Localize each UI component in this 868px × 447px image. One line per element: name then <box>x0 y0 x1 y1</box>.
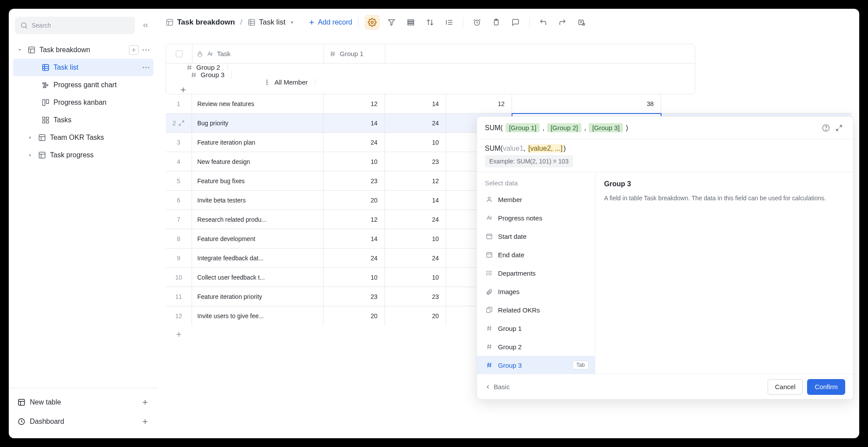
table-row[interactable]: 1Review new features12141238 <box>166 94 851 114</box>
task-cell[interactable]: Bug priority <box>192 114 324 132</box>
field-item-group-3[interactable]: Group 3Tab <box>477 356 595 374</box>
reminder-button[interactable] <box>470 15 484 30</box>
row-number[interactable]: 11 <box>166 287 192 306</box>
group2-cell[interactable]: 23 <box>385 152 446 171</box>
task-cell[interactable]: Review new features <box>192 94 324 113</box>
task-cell[interactable]: Research related produ... <box>192 210 324 229</box>
column-group2[interactable]: Group 2 <box>166 64 228 71</box>
task-cell[interactable]: Feature development <box>192 229 324 248</box>
filter-button[interactable] <box>384 15 399 30</box>
task-cell[interactable]: Invite users to give fee... <box>192 306 324 326</box>
add-column-button[interactable] <box>166 86 200 94</box>
confirm-button[interactable]: Confirm <box>807 379 845 395</box>
task-cell[interactable]: Invite beta testers <box>192 191 324 209</box>
row-number[interactable]: 2 <box>166 114 192 132</box>
settings-button[interactable] <box>365 15 380 30</box>
cancel-button[interactable]: Cancel <box>768 379 803 395</box>
row-number[interactable]: 5 <box>166 171 192 190</box>
field-item-departments[interactable]: Departments <box>477 264 595 282</box>
group3-cell[interactable]: 12 <box>446 94 512 113</box>
column-group1[interactable]: Group 1 <box>324 44 385 63</box>
formula-token[interactable]: [Group 3] <box>589 123 623 132</box>
group1-cell[interactable]: 23 <box>324 171 385 190</box>
group1-cell[interactable]: 24 <box>324 133 385 152</box>
row-number[interactable]: 12 <box>166 306 192 326</box>
group1-cell[interactable]: 20 <box>324 191 385 209</box>
group2-cell[interactable]: 14 <box>385 94 446 113</box>
group1-cell[interactable]: 24 <box>324 248 385 267</box>
sidebar-item-task-list[interactable]: Task list <box>13 59 153 76</box>
task-cell[interactable]: Integrate feedback dat... <box>192 248 324 267</box>
formula-input[interactable]: SUM( [Group 1] , [Group 2] , [Group 3] ) <box>477 117 853 139</box>
more-actions-button[interactable] <box>141 63 151 72</box>
task-cell[interactable]: New feature design <box>192 152 324 171</box>
group1-cell[interactable]: 23 <box>324 287 385 306</box>
field-item-progress-notes[interactable]: Progress notes <box>477 209 595 227</box>
more-actions-button[interactable] <box>141 45 151 55</box>
select-all-checkbox[interactable] <box>166 44 192 63</box>
column-group3[interactable]: Group 3 <box>166 71 232 78</box>
row-number[interactable]: 10 <box>166 268 192 287</box>
row-number[interactable]: 3 <box>166 133 192 152</box>
undo-button[interactable] <box>536 15 551 30</box>
column-task[interactable]: Task <box>192 44 324 63</box>
group1-cell[interactable]: 10 <box>324 152 385 171</box>
field-item-related-okrs[interactable]: Related OKRs <box>477 301 595 319</box>
breadcrumb-table[interactable]: Task breakdown <box>177 18 235 27</box>
row-number[interactable]: 6 <box>166 191 192 209</box>
task-cell[interactable]: Feature iteration plan <box>192 133 324 152</box>
group2-cell[interactable]: 24 <box>385 114 446 132</box>
group2-cell[interactable]: 23 <box>385 287 446 306</box>
sidebar-item-task-breakdown[interactable]: Task breakdown <box>13 41 153 59</box>
sort-button[interactable] <box>423 15 438 30</box>
row-number[interactable]: 8 <box>166 229 192 248</box>
field-item-group-2[interactable]: Group 2 <box>477 337 595 356</box>
group2-cell[interactable]: 24 <box>385 210 446 229</box>
help-button[interactable] <box>822 124 830 132</box>
dashboard-button[interactable]: Dashboard <box>13 412 153 431</box>
column-all-member[interactable]: All Member <box>166 78 315 86</box>
add-view-button[interactable] <box>129 45 139 55</box>
row-height-button[interactable] <box>442 15 457 30</box>
sidebar-item-progress-gantt[interactable]: Progress gantt chart <box>13 76 153 94</box>
row-number[interactable]: 1 <box>166 94 192 113</box>
group2-cell[interactable]: 10 <box>385 229 446 248</box>
field-item-start-date[interactable]: Start date <box>477 227 595 245</box>
group1-cell[interactable]: 14 <box>324 229 385 248</box>
group2-cell[interactable]: 20 <box>385 306 446 326</box>
new-table-button[interactable]: New table <box>13 393 153 412</box>
add-record-button[interactable]: Add record <box>308 18 352 26</box>
group2-cell[interactable]: 14 <box>385 191 446 209</box>
group-button[interactable] <box>403 15 418 30</box>
group1-cell[interactable]: 12 <box>324 210 385 229</box>
field-item-group-1[interactable]: Group 1 <box>477 319 595 337</box>
group2-cell[interactable]: 10 <box>385 268 446 287</box>
collapse-sidebar-button[interactable] <box>139 19 152 32</box>
row-number[interactable]: 4 <box>166 152 192 171</box>
formula-token[interactable]: [Group 1] <box>505 123 540 132</box>
expand-button[interactable] <box>833 121 845 135</box>
task-cell[interactable]: Collect user feedback t... <box>192 268 324 287</box>
row-number[interactable]: 7 <box>166 210 192 229</box>
group2-cell[interactable]: 12 <box>385 171 446 190</box>
sidebar-item-progress-kanban[interactable]: Progress kanban <box>13 94 153 111</box>
group1-cell[interactable]: 10 <box>324 268 385 287</box>
redo-button[interactable] <box>555 15 570 30</box>
group1-cell[interactable]: 14 <box>324 114 385 132</box>
row-number[interactable]: 9 <box>166 248 192 267</box>
expand-row-icon[interactable] <box>178 120 185 126</box>
group1-cell[interactable]: 12 <box>324 94 385 113</box>
clipboard-button[interactable] <box>489 15 504 30</box>
comment-button[interactable] <box>508 15 523 30</box>
group1-cell[interactable]: 20 <box>324 306 385 326</box>
sidebar-item-tasks[interactable]: Tasks <box>13 111 153 129</box>
field-item-member[interactable]: Member <box>477 190 595 209</box>
back-button[interactable]: Basic <box>485 383 510 390</box>
group2-cell[interactable]: 10 <box>385 133 446 152</box>
task-cell[interactable]: Feature bug fixes <box>192 171 324 190</box>
formula-token[interactable]: [Group 2] <box>547 123 582 132</box>
field-item-end-date[interactable]: End date <box>477 245 595 264</box>
sidebar-item-team-okr[interactable]: Team OKR Tasks <box>13 129 153 146</box>
field-item-images[interactable]: Images <box>477 282 595 301</box>
search-input[interactable]: Search <box>15 17 135 34</box>
